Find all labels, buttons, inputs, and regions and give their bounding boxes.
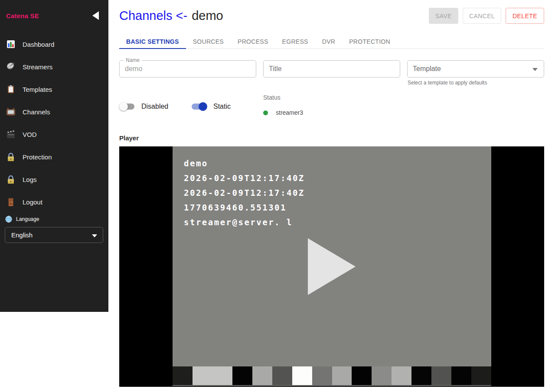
- templates-icon: [6, 84, 16, 94]
- sidebar: Catena SE Dashboard Streamers Templates: [0, 0, 108, 312]
- status-item: streamer3: [263, 109, 303, 116]
- sidebar-header: Catena SE: [0, 0, 108, 20]
- sidebar-item-label: VOD: [23, 131, 37, 138]
- header-actions: SAVE CANCEL DELETE: [429, 8, 544, 24]
- breadcrumb-channels-link[interactable]: Channels <-: [119, 9, 187, 23]
- sidebar-item-logout[interactable]: Logout: [0, 191, 108, 213]
- test-bar: [352, 366, 372, 385]
- tab-egress[interactable]: EGRESS: [275, 35, 315, 49]
- static-toggle-group: Static: [191, 97, 263, 116]
- overlay-line: demo: [184, 156, 305, 171]
- sidebar-item-label: Channels: [23, 108, 50, 116]
- test-bar: [312, 366, 332, 385]
- toggle-thumb: [119, 102, 128, 111]
- name-input[interactable]: [125, 65, 251, 73]
- sidebar-item-protection[interactable]: Protection: [0, 146, 108, 168]
- status-ok-dot-icon: [263, 110, 268, 115]
- caret-down-icon: [92, 234, 97, 237]
- main-content: Channels <-demo SAVE CANCEL DELETE BASIC…: [108, 0, 555, 392]
- test-bar: [232, 366, 252, 385]
- status-streamer-name: streamer3: [276, 109, 303, 116]
- language-label: Language: [16, 216, 39, 222]
- template-select-value: Template: [413, 65, 441, 73]
- test-bar: [372, 366, 392, 385]
- test-bar: [272, 366, 292, 385]
- disabled-toggle[interactable]: [119, 102, 135, 111]
- brand-logo: Catena SE: [6, 12, 39, 19]
- sidebar-item-templates[interactable]: Templates: [0, 78, 108, 100]
- sidebar-item-label: Logout: [23, 198, 42, 206]
- video-player[interactable]: demo 2026-02-09T12:17:40Z 2026-02-09T12:…: [119, 146, 544, 387]
- tab-dvr[interactable]: DVR: [315, 35, 342, 49]
- static-toggle[interactable]: [191, 102, 207, 111]
- toggles-and-status: Disabled Static Status streamer3: [119, 97, 544, 116]
- static-toggle-label: Static: [213, 103, 231, 110]
- logout-icon: [6, 197, 16, 207]
- test-bar: [471, 366, 491, 385]
- test-bar: [411, 366, 431, 385]
- test-bar: [392, 366, 411, 385]
- tab-basic-settings[interactable]: BASIC SETTINGS: [119, 35, 186, 49]
- play-button-icon[interactable]: [308, 238, 356, 295]
- sidebar-item-label: Templates: [23, 86, 52, 93]
- streamers-icon: [6, 62, 16, 71]
- channels-icon: [6, 107, 16, 117]
- channel-name: demo: [192, 9, 223, 23]
- test-bar: [431, 366, 451, 385]
- sidebar-nav: Dashboard Streamers Templates Channels V…: [0, 33, 108, 213]
- caret-down-icon: [532, 68, 538, 71]
- dashboard-icon: [6, 39, 16, 49]
- language-select-value: English: [11, 231, 33, 239]
- toggle-thumb: [199, 102, 207, 111]
- overlay-line: 2026-02-09T12:17:40Z: [184, 171, 305, 185]
- test-bar: [292, 366, 312, 385]
- tab-protection[interactable]: PROTECTION: [342, 35, 397, 49]
- status-label: Status: [263, 94, 303, 101]
- tab-bar: BASIC SETTINGS SOURCES PROCESS EGRESS DV…: [119, 35, 544, 49]
- sidebar-item-label: Dashboard: [23, 41, 54, 48]
- test-bar: [252, 366, 272, 385]
- sidebar-item-label: Protection: [23, 153, 52, 161]
- sidebar-item-label: Streamers: [23, 63, 52, 71]
- title-input[interactable]: [269, 65, 395, 73]
- status-block: Status streamer3: [263, 94, 303, 116]
- disabled-toggle-group: Disabled: [119, 97, 191, 116]
- collapse-sidebar-icon[interactable]: [92, 11, 99, 20]
- tab-process[interactable]: PROCESS: [231, 35, 275, 49]
- test-bar: [173, 366, 193, 385]
- template-helper-text: Select a template to apply defaults: [408, 80, 487, 86]
- delete-button[interactable]: DELETE: [506, 8, 544, 24]
- sidebar-item-channels[interactable]: Channels: [0, 100, 108, 123]
- overlay-line: 2026-02-09T12:17:40Z: [184, 185, 305, 200]
- page-title: Channels <-demo: [119, 8, 223, 24]
- test-bar: [332, 366, 352, 385]
- overlay-line: 1770639460.551301: [184, 200, 305, 215]
- template-select[interactable]: Template Select a template to apply defa…: [407, 60, 544, 78]
- sidebar-item-label: Logs: [23, 176, 37, 183]
- protection-icon: [6, 152, 16, 162]
- sidebar-item-dashboard[interactable]: Dashboard: [0, 33, 108, 55]
- globe-icon: [5, 216, 12, 223]
- title-field-wrap: [263, 60, 400, 78]
- language-row: Language: [0, 216, 108, 223]
- video-overlay-text: demo 2026-02-09T12:17:40Z 2026-02-09T12:…: [184, 156, 305, 230]
- cancel-button[interactable]: CANCEL: [463, 8, 501, 24]
- page-header: Channels <-demo SAVE CANCEL DELETE: [119, 8, 544, 24]
- save-button[interactable]: SAVE: [429, 8, 458, 24]
- video-frame: demo 2026-02-09T12:17:40Z 2026-02-09T12:…: [173, 146, 491, 386]
- name-field-wrap: Name: [119, 60, 256, 78]
- test-bar: [193, 366, 232, 385]
- vod-icon: [6, 130, 16, 139]
- language-select[interactable]: English: [5, 227, 103, 243]
- disabled-toggle-label: Disabled: [141, 103, 168, 110]
- name-field-label: Name: [124, 57, 142, 63]
- tab-sources[interactable]: SOURCES: [186, 35, 231, 49]
- overlay-line: streamer@server. l: [184, 215, 305, 230]
- sidebar-item-vod[interactable]: VOD: [0, 123, 108, 146]
- sidebar-item-logs[interactable]: Logs: [0, 168, 108, 191]
- logs-icon: [6, 175, 16, 184]
- grayscale-test-bars: [173, 366, 491, 385]
- sidebar-item-streamers[interactable]: Streamers: [0, 55, 108, 78]
- test-bar: [451, 366, 471, 385]
- basic-settings-form: Name Template Select a template to apply…: [119, 60, 544, 78]
